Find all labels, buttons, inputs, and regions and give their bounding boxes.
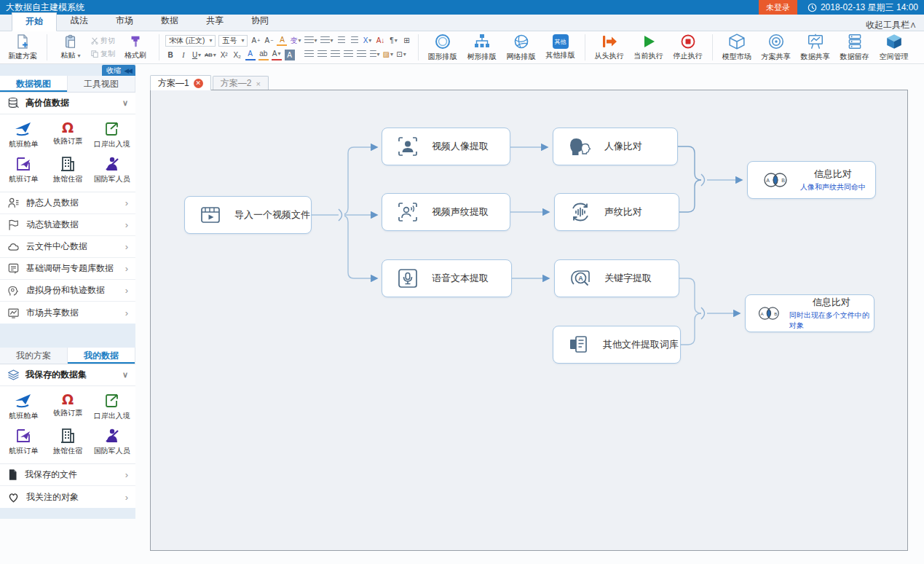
tab-tool-view[interactable]: 工具视图 [68,76,135,92]
copy-button[interactable]: 复制 [91,49,115,59]
collapse-toolbar-link[interactable]: 收起工具栏∧ [866,19,917,31]
menu-tab-start[interactable]: 开始 [12,12,57,31]
format-painter-button[interactable]: 格式刷 [118,34,153,61]
network-layout-button[interactable]: 网络排版 [503,32,540,63]
run-from-start-button[interactable]: 从头执行 [591,33,628,62]
shading-button[interactable]: ▨▾ [383,49,393,60]
numbered-list-button[interactable]: ▾ [320,35,333,46]
circle-layout-button[interactable]: 圆形排版 [425,32,461,63]
dataset-railway-ticket[interactable]: Ω 铁路订票 [46,389,90,424]
dataset-hotel-stay[interactable]: 旅馆住宿 [46,152,90,187]
new-plan-button[interactable]: 新建方案 [4,33,41,62]
my-followed-objects-row[interactable]: 我关注的对象 › [0,486,135,508]
cut-button[interactable]: 剪切 [91,36,115,46]
sidebar-collapse-button[interactable]: 收缩 ◀◀ [102,65,135,76]
dataset-border-entry[interactable]: 口岸出入境 [90,389,134,424]
subscript-button[interactable]: X₂ [232,50,242,60]
node-info-compare-1[interactable]: A B 信息比对 人像和声纹共同命中 [747,161,876,199]
layers-icon [7,369,20,381]
dataset-railway-ticket[interactable]: Ω 铁路订票 [46,117,90,152]
superscript-button[interactable]: X² [219,50,229,60]
dataset-military-personnel[interactable]: 国防军人员 [90,424,134,459]
category-dynamic-track-data[interactable]: 动态轨迹数据 › [0,214,135,236]
my-saved-files-row[interactable]: 我保存的文件 › [0,464,135,486]
grow-font-button[interactable]: A+ [250,35,261,46]
dataset-flight-manifest[interactable]: 航班舱单 [1,389,46,424]
plan-share-button[interactable]: 方案共享 [758,32,794,63]
tab-my-data[interactable]: 我的数据 [68,348,135,364]
justify-button[interactable] [344,49,354,60]
node-voice-compare[interactable]: 声纹比对 [554,193,679,231]
align-center-button[interactable] [317,49,328,60]
node-other-file-lexicon[interactable]: 其他文件提取词库 [553,326,681,364]
saved-datasets-header[interactable]: 我保存的数据集 ∨ [0,364,135,386]
sort-button[interactable]: A↓ [376,35,386,46]
category-static-person-data[interactable]: 静态人员数据 › [0,192,135,214]
menu-tab-collab[interactable]: 协同 [237,12,283,31]
node-speech-text-extract[interactable]: 语音文本提取 [382,259,512,297]
run-current-button[interactable]: 当前执行 [631,33,667,62]
change-case-button[interactable]: 变▾ [290,35,301,46]
increase-indent-button[interactable] [350,35,360,46]
model-market-button[interactable]: 模型市场 [719,32,755,63]
tab-data-view[interactable]: 数据视图 [0,76,68,92]
distribute-button[interactable] [357,49,367,60]
data-retention-button[interactable]: 数据留存 [837,32,873,63]
node-info-compare-2[interactable]: A B 信息比对 同时出现在多个文件中的对象 [745,294,874,332]
dataset-hotel-stay[interactable]: 旅馆住宿 [46,424,90,459]
data-share-button[interactable]: 数据共享 [797,32,834,63]
dataset-border-entry[interactable]: 口岸出入境 [90,117,134,152]
font-name-select[interactable]: 宋体 (正文)▾ [165,35,216,47]
space-management-button[interactable]: 空间管理 [876,32,912,63]
highlight-color-button[interactable]: ab [258,50,269,60]
flow-canvas[interactable]: 导入一个视频文件 视频人像提取 视频声纹提取 语音文本提取 [150,90,908,551]
shrink-font-button[interactable]: A− [264,35,274,46]
close-tab-icon[interactable]: × [256,79,260,88]
plan-tab-2[interactable]: 方案—2 × [213,76,269,90]
tree-layout-button[interactable]: 树形排版 [464,32,500,63]
table-button[interactable]: ⊞ [402,35,412,46]
borders-button[interactable]: ⊡▾ [396,49,406,60]
node-keyword-extract[interactable]: A 关键字提取 [554,259,679,297]
high-value-data-header[interactable]: 高价值数据 ∨ [0,93,135,114]
category-market-shared-data[interactable]: 市场共享数据 › [0,302,135,324]
character-shading-button[interactable]: A [285,50,295,60]
dataset-flight-order[interactable]: 航班订单 [1,152,46,187]
dataset-flight-manifest[interactable]: 航班舱单 [1,117,46,152]
asian-layout-button[interactable]: X▾ [363,35,373,46]
bold-button[interactable]: B [165,50,175,60]
line-spacing-button[interactable]: ▾ [370,49,380,60]
menu-tab-market[interactable]: 市场 [102,12,147,31]
phonetic-guide-button[interactable]: A [277,35,287,46]
menu-tab-share[interactable]: 共享 [192,12,237,31]
category-virtual-identity-data[interactable]: 虚拟身份和轨迹数据 › [0,280,135,302]
align-right-button[interactable] [331,49,341,60]
tab-my-plans[interactable]: 我的方案 [0,348,68,364]
strikethrough-button[interactable]: AB▾ [205,50,216,60]
italic-button[interactable]: I [178,50,189,60]
category-cloud-file-data[interactable]: 云文件中心数据 › [0,236,135,258]
node-video-face-extract[interactable]: 视频人像提取 [382,128,510,165]
close-tab-icon[interactable]: ✕ [194,79,203,88]
menu-tab-data[interactable]: 数据 [147,12,192,31]
font-size-select[interactable]: 五号▾ [218,35,248,47]
font-color-button[interactable]: A▾ [272,50,282,60]
paste-button[interactable]: 粘贴 ▾ [53,34,88,61]
bullet-list-button[interactable]: ▾ [304,35,317,46]
decrease-indent-button[interactable] [336,35,347,46]
node-import-video[interactable]: 导入一个视频文件 [184,196,312,234]
dataset-military-personnel[interactable]: 国防军人员 [90,152,134,187]
other-layout-button[interactable]: 其他 其他排版 [542,34,579,61]
node-face-compare[interactable]: 人像比对 [553,128,678,165]
stop-run-button[interactable]: 停止执行 [670,33,706,62]
category-research-library-data[interactable]: 基础调研与专题库数据 › [0,258,135,280]
align-left-button[interactable] [304,49,315,60]
plan-tab-1[interactable]: 方案—1 ✕ [150,75,211,90]
text-effects-button[interactable]: A [245,50,256,60]
node-video-voice-extract[interactable]: 视频声纹提取 [382,193,510,231]
menu-tab-tactics[interactable]: 战法 [57,12,102,31]
underline-button[interactable]: U▾ [191,50,202,60]
dataset-flight-order[interactable]: 航班订单 [1,424,46,459]
show-marks-button[interactable]: ¶▾ [389,35,399,46]
login-status-badge[interactable]: 未登录 [759,0,797,15]
